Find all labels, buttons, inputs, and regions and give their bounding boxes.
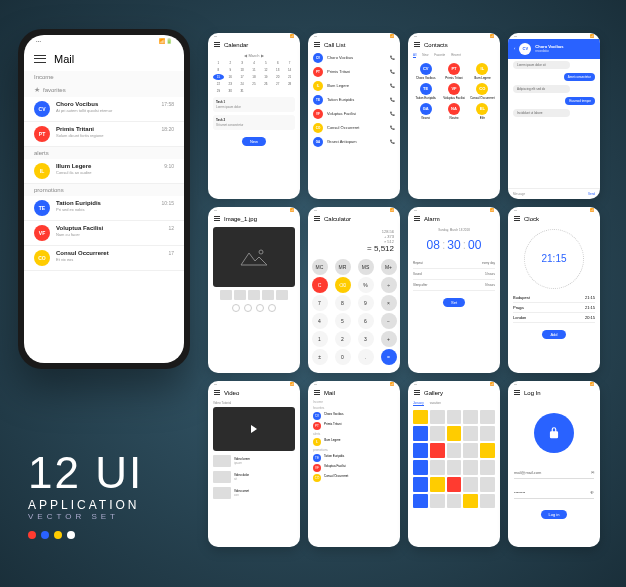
password-field[interactable]: ••••••••👁	[514, 487, 594, 499]
hamburger-icon[interactable]	[514, 390, 520, 395]
call-row[interactable]: COConsul Occurreret📞	[313, 121, 395, 135]
call-row[interactable]: ILIllum Legere📞	[313, 79, 395, 93]
hamburger-icon[interactable]	[414, 216, 420, 221]
gallery-thumb[interactable]	[480, 443, 495, 458]
call-row[interactable]: GAGraeci Antiopam📞	[313, 135, 395, 149]
hamburger-icon[interactable]	[514, 216, 520, 221]
gallery-thumb[interactable]	[430, 443, 445, 458]
set-button[interactable]: Set	[443, 298, 465, 307]
phone-icon[interactable]: 📞	[390, 83, 395, 88]
tab[interactable]: Favorite	[434, 53, 445, 58]
phone-icon[interactable]: 📞	[390, 125, 395, 130]
phone-icon[interactable]: 📞	[390, 111, 395, 116]
mail-row[interactable]: PTPrimis Tritani	[313, 421, 395, 431]
mail-row[interactable]: PTPrimis TritaniSolum dicunt fortis regi…	[24, 122, 184, 147]
timezone-row[interactable]: Praga21:15	[513, 303, 595, 313]
image-controls[interactable]	[213, 304, 295, 312]
alarm-option[interactable]: Sound5 hours	[413, 269, 495, 280]
back-icon[interactable]: ‹	[514, 46, 515, 51]
contact-item[interactable]: ILIllum Legere	[470, 63, 495, 80]
task-item[interactable]: Task 2Sit amet consectetur	[213, 115, 295, 130]
mail-row[interactable]: TETation EuripidisPri sed ex nobis10:15	[24, 196, 184, 221]
calc-key[interactable]: =	[381, 349, 397, 365]
contact-item[interactable]: NANostro	[441, 103, 466, 120]
calc-key[interactable]: 4	[312, 313, 328, 329]
video-item[interactable]: Video loremipsum	[213, 453, 295, 469]
hamburger-icon[interactable]	[414, 390, 420, 395]
timezone-row[interactable]: London20:15	[513, 313, 595, 323]
alarm-option[interactable]: Sleep after9 hours	[413, 280, 495, 291]
contact-item[interactable]: GAGraeci	[413, 103, 438, 120]
calc-key[interactable]: ±	[312, 349, 328, 365]
mail-row[interactable]: CVChoro VocibusAt pri autem tollit quods…	[24, 97, 184, 122]
gallery-thumb[interactable]	[413, 477, 428, 492]
gallery-thumb[interactable]	[463, 410, 478, 425]
hamburger-icon[interactable]	[314, 390, 320, 395]
phone-icon[interactable]: 📞	[390, 69, 395, 74]
mail-row[interactable]: TETation Euripidis	[313, 453, 395, 463]
contact-item[interactable]: PTPrimis Tritani	[441, 63, 466, 80]
calc-key[interactable]: ⌫	[335, 277, 351, 293]
new-button[interactable]: New	[242, 137, 266, 146]
calc-key[interactable]: 6	[358, 313, 374, 329]
hamburger-icon[interactable]	[314, 216, 320, 221]
calc-key[interactable]: −	[381, 313, 397, 329]
mail-row[interactable]: ILIllum Legere	[313, 437, 395, 447]
hamburger-icon[interactable]	[34, 55, 46, 63]
gallery-thumb[interactable]	[430, 460, 445, 475]
alarm-time-picker[interactable]: 08:30:00	[413, 238, 495, 252]
gallery-thumb[interactable]	[413, 426, 428, 441]
gallery-thumb[interactable]	[447, 460, 462, 475]
video-player[interactable]	[213, 407, 295, 451]
gallery-thumb[interactable]	[447, 426, 462, 441]
gallery-thumb[interactable]	[413, 460, 428, 475]
calc-key[interactable]: 5	[335, 313, 351, 329]
thumbnails[interactable]	[213, 290, 295, 300]
gallery-thumb[interactable]	[480, 494, 495, 509]
calc-key[interactable]: .	[358, 349, 374, 365]
calc-key[interactable]: +	[381, 331, 397, 347]
phone-icon[interactable]: 📞	[390, 139, 395, 144]
mail-row[interactable]: VFVoluptua Facilisi	[313, 463, 395, 473]
calc-key[interactable]: 8	[335, 295, 351, 311]
contact-item[interactable]: TETation Euripidis	[413, 83, 438, 100]
gallery-thumb[interactable]	[413, 443, 428, 458]
contact-item[interactable]: CVChoro Vocibus	[413, 63, 438, 80]
alarm-option[interactable]: Repeatevery day	[413, 258, 495, 269]
gallery-thumb[interactable]	[430, 410, 445, 425]
calc-key[interactable]: 2	[335, 331, 351, 347]
call-row[interactable]: VFVoluptua Facilisi📞	[313, 107, 395, 121]
image-preview[interactable]	[213, 227, 295, 287]
contact-item[interactable]: COConsul Occurreret	[470, 83, 495, 100]
email-field[interactable]: mail@mail.com✉	[514, 467, 594, 479]
gallery-thumb[interactable]	[447, 477, 462, 492]
video-item[interactable]: Video ametcon	[213, 485, 295, 501]
contact-item[interactable]: VFVoluptua Facilisi	[441, 83, 466, 100]
gallery-thumb[interactable]	[463, 460, 478, 475]
calc-key[interactable]: MS	[358, 259, 374, 275]
hamburger-icon[interactable]	[214, 216, 220, 221]
mail-row[interactable]: CVChoro Vocibus	[313, 411, 395, 421]
gallery-thumb[interactable]	[480, 477, 495, 492]
gallery-thumb[interactable]	[480, 410, 495, 425]
gallery-thumb[interactable]	[463, 426, 478, 441]
timezone-row[interactable]: Budapest21:15	[513, 293, 595, 303]
gallery-thumb[interactable]	[413, 410, 428, 425]
calc-key[interactable]: 0	[335, 349, 351, 365]
hamburger-icon[interactable]	[214, 390, 220, 395]
contact-item[interactable]: ELElitr	[470, 103, 495, 120]
tab[interactable]: Recent	[451, 53, 461, 58]
gallery-thumb[interactable]	[447, 443, 462, 458]
calc-key[interactable]: 1	[312, 331, 328, 347]
mail-row[interactable]: COConsul OccurreretEt vix eos17	[24, 246, 184, 271]
hamburger-icon[interactable]	[314, 42, 320, 47]
mail-row[interactable]: ILIllum LegereConsul ila an audire9:10	[24, 159, 184, 184]
video-item[interactable]: Video dolorsit	[213, 469, 295, 485]
tab[interactable]: New	[422, 53, 428, 58]
calc-key[interactable]: C	[312, 277, 328, 293]
calc-key[interactable]: 7	[312, 295, 328, 311]
message-input[interactable]: MessageSend	[508, 188, 600, 199]
mail-row[interactable]: COConsul Occurreret	[313, 473, 395, 483]
call-row[interactable]: CVChoro Vocibus📞	[313, 51, 395, 65]
gallery-thumb[interactable]	[447, 410, 462, 425]
